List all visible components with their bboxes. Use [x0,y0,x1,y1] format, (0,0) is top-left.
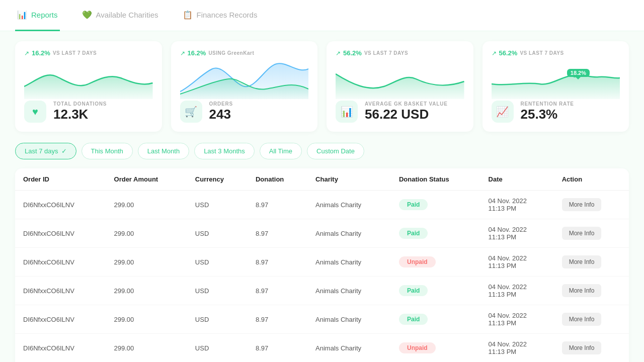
filter-last3months[interactable]: Last 3 Months [194,143,255,159]
arrow-up-icon-4: ↗ [492,50,497,57]
more-info-button[interactable]: More Info [562,227,602,240]
col-currency: Currency [187,168,248,191]
chart-donations [24,59,153,99]
col-action: Action [554,168,629,191]
kpi-metric-orders: ORDERS 243 [209,101,233,122]
cell-charity: Animals Charity [307,219,391,248]
cell-status: Unpaid [391,248,480,277]
cell-order-id: DI6NfxxCO6ILNV [15,277,106,305]
chart-tooltip-retention: 18.2% [567,69,590,77]
nav-finances[interactable]: 📋 Finances Records [181,0,260,31]
cell-charity: Animals Charity [307,277,391,305]
cell-currency: USD [187,191,248,219]
more-info-button[interactable]: More Info [562,198,602,211]
table-header: Order ID Order Amount Currency Donation … [15,168,629,191]
status-badge: Unpaid [399,256,436,267]
col-donation: Donation [248,168,307,191]
main-content: ↗ 16.2% VS LAST 7 DAYS ♥ TOTAL DONATIONS [0,31,644,362]
kpi-metric-label-basket: AVERAGE GK BASKET VALUE [365,101,448,107]
table-row: DI6NfxxCO6ILNV 299.00 USD 8.97 Animals C… [15,334,629,363]
table-row: DI6NfxxCO6ILNV 299.00 USD 8.97 Animals C… [15,277,629,305]
kpi-badge-donations: ↗ 16.2% VS LAST 7 DAYS [24,49,153,57]
col-status: Donation Status [391,168,480,191]
cell-currency: USD [187,277,248,305]
kpi-footer-orders: 🛒 ORDERS 243 [180,101,309,123]
cell-currency: USD [187,248,248,277]
cell-amount: 299.00 [106,248,187,277]
filter-bar: Last 7 days ✓ This Month Last Month Last… [15,143,629,159]
cell-status: Paid [391,191,480,219]
kpi-icon-orders: 🛒 [180,101,202,123]
chart-retention [492,59,620,99]
status-badge: Paid [399,199,428,210]
cell-amount: 299.00 [106,305,187,334]
kpi-badge-orders: ↗ 16.2% USING GreenKart [180,49,309,57]
filter-customdate[interactable]: Custom Date [307,143,364,159]
kpi-footer-donations: ♥ TOTAL DONATIONS 12.3K [24,101,153,123]
cell-donation: 8.97 [248,305,307,334]
kpi-footer-retention: 📈 RENTENTION RATE 25.3% [492,101,620,123]
kpi-pct-label-retention: VS LAST 7 DAYS [520,50,564,56]
cell-order-id: DI6NfxxCO6ILNV [15,305,106,334]
cell-date: 04 Nov. 202211:13 PM [480,305,554,334]
cell-action: More Info [554,219,629,248]
status-badge: Unpaid [399,342,436,353]
kpi-metric-basket: AVERAGE GK BASKET VALUE 56.22 USD [365,101,448,122]
kpi-card-retention: ↗ 56.2% VS LAST 7 DAYS [482,41,629,132]
chart-basket [336,59,464,99]
cell-order-id: DI6NfxxCO6ILNV [15,191,106,219]
kpi-icon-donations: ♥ [24,101,46,123]
cell-charity: Animals Charity [307,334,391,363]
orders-table: Order ID Order Amount Currency Donation … [15,168,629,362]
more-info-button[interactable]: More Info [562,284,602,297]
cell-donation: 8.97 [248,248,307,277]
arrow-up-icon-3: ↗ [336,50,341,57]
cell-action: More Info [554,191,629,219]
nav-reports-label: Reports [31,11,58,19]
col-order-id: Order ID [15,168,106,191]
more-info-button[interactable]: More Info [562,341,602,354]
cell-donation: 8.97 [248,219,307,248]
cell-date: 04 Nov. 202211:13 PM [480,277,554,305]
cell-order-id: DI6NfxxCO6ILNV [15,248,106,277]
more-info-button[interactable]: More Info [562,255,602,268]
filter-customdate-label: Custom Date [316,147,355,155]
filter-thismonth[interactable]: This Month [82,143,133,159]
kpi-section: ↗ 16.2% VS LAST 7 DAYS ♥ TOTAL DONATIONS [15,41,629,132]
main-nav: 📊 Reports 💚 Available Charities 📋 Financ… [15,0,259,31]
nav-charities[interactable]: 💚 Available Charities [80,0,160,31]
kpi-pct-label-donations: VS LAST 7 DAYS [53,50,97,56]
cell-action: More Info [554,248,629,277]
cell-order-id: DI6NfxxCO6ILNV [15,219,106,248]
check-icon: ✓ [61,147,67,155]
kpi-card-orders: ↗ 16.2% USING GreenKart [171,41,318,132]
cell-action: More Info [554,334,629,363]
cell-charity: Animals Charity [307,191,391,219]
filter-lastmonth[interactable]: Last Month [138,143,189,159]
status-badge: Paid [399,228,428,239]
kpi-pct-label-basket: VS LAST 7 DAYS [364,50,408,56]
table-row: DI6NfxxCO6ILNV 299.00 USD 8.97 Animals C… [15,219,629,248]
cell-order-id: DI6NfxxCO6ILNV [15,334,106,363]
header: 📊 Reports 💚 Available Charities 📋 Financ… [0,0,644,31]
cell-amount: 299.00 [106,191,187,219]
cell-currency: USD [187,334,248,363]
nav-reports[interactable]: 📊 Reports [15,0,60,31]
table-row: DI6NfxxCO6ILNV 299.00 USD 8.97 Animals C… [15,305,629,334]
kpi-card-donations: ↗ 16.2% VS LAST 7 DAYS ♥ TOTAL DONATIONS [15,41,162,132]
filter-last7[interactable]: Last 7 days ✓ [15,143,76,159]
kpi-badge-retention: ↗ 56.2% VS LAST 7 DAYS [492,49,620,57]
kpi-pct-retention: 56.2% [499,49,518,57]
cell-donation: 8.97 [248,191,307,219]
cell-donation: 8.97 [248,277,307,305]
cell-charity: Animals Charity [307,305,391,334]
cell-donation: 8.97 [248,334,307,363]
filter-alltime[interactable]: All Time [260,143,302,159]
col-charity: Charity [307,168,391,191]
cell-date: 04 Nov. 202211:13 PM [480,191,554,219]
more-info-button[interactable]: More Info [562,313,602,326]
cell-amount: 299.00 [106,277,187,305]
cell-date: 04 Nov. 202211:13 PM [480,248,554,277]
cell-action: More Info [554,277,629,305]
kpi-metric-value-orders: 243 [209,107,233,122]
